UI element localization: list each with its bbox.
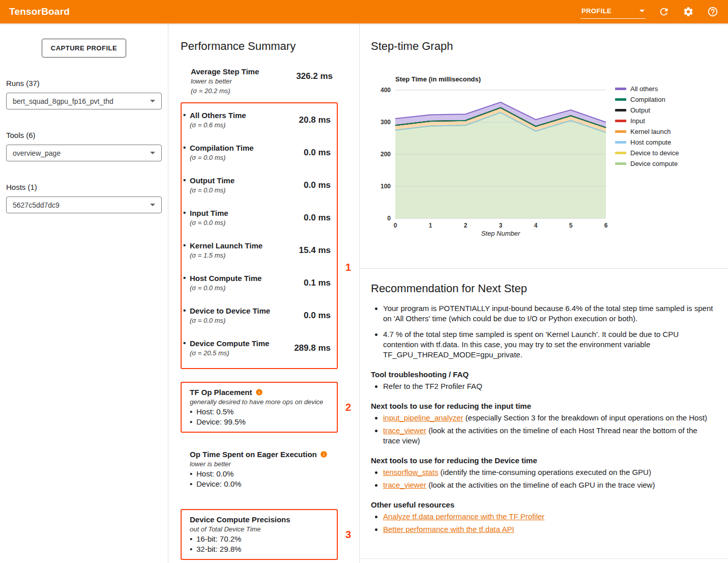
svg-text:0: 0	[394, 222, 397, 229]
app-title: TensorBoard	[9, 6, 70, 17]
info-icon[interactable]	[255, 388, 263, 396]
svg-text:5: 5	[569, 222, 573, 229]
legend-item-host-compute: Host compute	[615, 137, 679, 148]
legend-label: Host compute	[630, 138, 671, 146]
list-item-text: (identify the time-consuming operations …	[438, 468, 651, 476]
legend-swatch	[615, 141, 626, 144]
metric-label: Compilation Time	[190, 144, 254, 152]
legend-item-output: Output	[615, 105, 679, 116]
tools-field: Tools (6) overview_page	[6, 131, 162, 161]
tfdata-api-link[interactable]: Better performance with the tf.data API	[383, 525, 514, 533]
legend-item-device-to-device: Device to device	[615, 148, 679, 158]
refresh-icon[interactable]	[658, 6, 670, 18]
metric-value: 0.0 ms	[304, 148, 331, 162]
section-divider	[360, 268, 728, 269]
runs-select[interactable]: bert_squad_8gpu_fp16_pvt_thd	[6, 93, 162, 109]
faq-bullet: Refer to the TF2 Profiler FAQ	[383, 381, 716, 391]
legend-swatch	[615, 98, 626, 101]
recommendation-bullet: 4.7 % of the total step time sampled is …	[383, 329, 716, 360]
metric-sigma: (σ = 0.0 ms)	[190, 186, 235, 194]
metric-label: Kernel Launch Time	[190, 241, 263, 250]
legend-item-input: Input	[615, 116, 679, 126]
tf-op-placement-note: generally desired to have more ops on de…	[190, 398, 332, 406]
precision-32bit: 32-bit: 29.8%	[190, 544, 332, 554]
annotation-number-3: 3	[345, 529, 351, 541]
info-icon[interactable]	[320, 451, 328, 458]
tensorflow-stats-link[interactable]: tensorflow_stats	[383, 468, 438, 476]
chevron-down-icon	[150, 100, 155, 102]
bottom-divider	[360, 558, 728, 559]
step-time-chart-block: Step Time (in milliseconds) 010020030040…	[371, 75, 716, 240]
metric-value: 289.8 ms	[294, 343, 331, 357]
metric-label: Output Time	[190, 176, 235, 185]
metric-row: Kernel Launch Time (σ = 1.5 ms) 15.4 ms	[182, 237, 337, 269]
app-header: TensorBoard PROFILE	[0, 0, 728, 23]
runs-label: Runs (37)	[6, 79, 162, 88]
annotation-box-1: 1 All Others Time (σ = 0.6 ms) 20.8 ms C…	[181, 102, 338, 369]
eager-note: lower is better	[190, 460, 338, 468]
metric-note: lower is better	[191, 77, 259, 86]
dashboard-selector[interactable]: PROFILE	[580, 5, 646, 19]
legend-label: Input	[630, 117, 645, 125]
metric-label: Input Time	[190, 209, 228, 217]
tools-select[interactable]: overview_page	[6, 145, 162, 161]
chevron-down-icon	[150, 204, 155, 206]
list-item-text: (look at the activities on the timeline …	[383, 426, 697, 445]
svg-text:4: 4	[534, 222, 538, 229]
legend-label: Output	[630, 106, 650, 114]
legend-label: Kernel launch	[630, 128, 671, 135]
eager-title: Op Time Spent on Eager Execution	[190, 450, 317, 459]
faq-heading: Tool troubleshooting / FAQ	[371, 370, 716, 379]
chart-title: Step Time (in milliseconds)	[395, 75, 611, 83]
trace-viewer-link[interactable]: trace_viewer	[383, 481, 426, 489]
legend-swatch	[615, 130, 626, 133]
input-pipeline-analyzer-link[interactable]: input_pipeline_analyzer	[383, 413, 463, 422]
legend-label: All others	[630, 85, 658, 93]
svg-text:300: 300	[381, 119, 391, 126]
hosts-select[interactable]: 5627c5dd7dc9	[6, 196, 162, 213]
legend-item-device-compute: Device compute	[615, 158, 679, 169]
device-tools-heading: Next tools to use for reducing the Devic…	[371, 456, 716, 465]
recommendation-bullets: Your program is POTENTIALLY input-bound …	[371, 303, 716, 360]
metric-sigma: (σ = 0.6 ms)	[190, 121, 246, 129]
eager-host: Host: 0.0%	[190, 469, 338, 478]
settings-gear-icon[interactable]	[682, 6, 694, 18]
right-panel: Step-time Graph Step Time (in millisecon…	[360, 23, 728, 563]
hosts-label: Hosts (1)	[6, 183, 162, 191]
metric-row: Device to Device Time (σ = 0.0 ms) 0.0 m…	[182, 302, 337, 334]
input-tools-list: input_pipeline_analyzer (especially Sect…	[371, 413, 716, 446]
capture-profile-button[interactable]: CAPTURE PROFILE	[42, 39, 126, 58]
faq-list: Refer to the TF2 Profiler FAQ	[371, 381, 716, 391]
metric-label: Device to Device Time	[190, 306, 270, 315]
list-item: trace_viewer (look at the activities on …	[383, 426, 716, 446]
list-item-text: (especially Section 3 for the breakdown …	[463, 413, 707, 422]
tf-op-placement-device: Device: 99.5%	[190, 417, 332, 427]
tfdata-performance-link[interactable]: Analyze tf.data performance with the TF …	[383, 512, 544, 521]
hosts-field: Hosts (1) 5627c5dd7dc9	[6, 183, 162, 213]
trace-viewer-link[interactable]: trace_viewer	[383, 426, 426, 435]
svg-text:3: 3	[499, 222, 503, 229]
svg-text:1: 1	[429, 222, 432, 229]
runs-select-value: bert_squad_8gpu_fp16_pvt_thd	[13, 97, 113, 105]
legend-item-all-others: All others	[615, 83, 679, 94]
svg-text:200: 200	[381, 151, 391, 158]
header-actions: PROFILE	[580, 5, 719, 19]
metric-value: 0.1 ms	[304, 278, 331, 292]
help-icon[interactable]	[707, 6, 719, 18]
precision-16bit: 16-bit: 70.2%	[190, 534, 332, 544]
metric-label: Host Compute Time	[190, 274, 261, 283]
annotation-number-1: 1	[345, 262, 351, 273]
list-item: Better performance with the tf.data API	[383, 524, 716, 534]
precisions-note: out of Total Device Time	[190, 525, 332, 533]
legend-label: Compilation	[630, 96, 665, 103]
list-item-text: (look at the activities on the timeline …	[426, 481, 655, 489]
dashboard-selector-value: PROFILE	[581, 7, 611, 15]
metric-label: Device Compute Time	[190, 339, 269, 348]
step-time-graph-title: Step-time Graph	[371, 40, 716, 53]
device-tools-list: tensorflow_stats (identify the time-cons…	[371, 467, 716, 490]
annotation-number-2: 2	[345, 402, 351, 413]
performance-summary-title: Performance Summary	[181, 40, 347, 53]
svg-text:6: 6	[604, 222, 608, 229]
precisions-title: Device Compute Precisions	[190, 515, 290, 524]
chevron-down-icon	[639, 10, 645, 12]
